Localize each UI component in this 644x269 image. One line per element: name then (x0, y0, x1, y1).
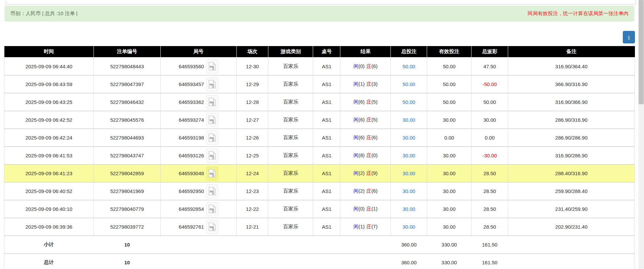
valid-bet-cell: 30.00 (427, 147, 471, 164)
bet-id-cell: 522798043747 (93, 147, 160, 164)
total-bet-cell: 50.00 (391, 93, 427, 111)
round-id-value: 646593198 (179, 135, 204, 141)
video-file-icon (209, 169, 216, 178)
total-bet-link[interactable]: 30.00 (403, 153, 415, 158)
video-replay-button[interactable] (206, 184, 218, 198)
bet-id-cell: 522798044693 (93, 129, 160, 147)
page-1-button[interactable]: 1 (623, 31, 635, 43)
bet-id-cell: 522798040779 (93, 200, 160, 218)
result-banker-label: 庄 (366, 117, 371, 122)
video-replay-button[interactable] (206, 220, 218, 234)
col-header-bet-id: 注单编号 (93, 46, 160, 57)
result-banker-label: 庄 (366, 81, 371, 87)
valid-bet-cell: 30.00 (427, 200, 471, 218)
table-row: 2025-09-09 06:42:52 522798045576 6465932… (4, 111, 635, 129)
total-bet-cell: 30.00 (391, 218, 427, 236)
table-footer: 小计 10 360.00 330.00 161.50 总计 10 360.00 … (4, 236, 635, 269)
video-replay-button[interactable] (206, 113, 218, 127)
video-replay-button[interactable] (206, 202, 218, 216)
round-id-value: 646593126 (179, 153, 204, 158)
payout-cell: 0.00 (471, 129, 508, 147)
result-player-count: (2) (358, 170, 365, 176)
total-bet-link[interactable]: 30.00 (403, 206, 415, 212)
result-cell: 闲(2)庄(6) (340, 182, 391, 200)
result-player-label: 闲 (353, 134, 358, 140)
table-no-cell: AS1 (313, 111, 340, 129)
video-replay-button[interactable] (206, 131, 218, 145)
subtotal-count: 10 (93, 236, 160, 254)
bet-id-cell: 522798042859 (93, 164, 160, 182)
game-type-cell: 百家乐 (268, 218, 313, 236)
pagination-bar: 1 (4, 31, 635, 43)
total-bet-link[interactable]: 50.00 (403, 64, 415, 69)
time-cell: 2025-09-09 06:41:53 (4, 147, 94, 164)
col-header-total-bet: 总投注 (391, 46, 427, 57)
total-bet-link[interactable]: 50.00 (403, 81, 415, 87)
vertical-scrollbar[interactable] (638, 0, 644, 269)
previous-panel-fragment (6, 0, 636, 4)
total-bet-link[interactable]: 30.00 (403, 135, 415, 141)
total-bet-cell: 30.00 (391, 147, 427, 164)
total-label: 总计 (4, 254, 94, 269)
result-banker-label: 庄 (366, 134, 371, 140)
result-banker-label: 庄 (366, 170, 371, 176)
result-cell: 闲(8)庄(0) (340, 147, 391, 164)
table-row: 2025-09-09 06:43:59 522798047397 6465934… (4, 75, 635, 93)
result-banker-count: (1) (371, 206, 377, 212)
remark-cell: 316.90/364.40 (508, 57, 635, 75)
total-bet-link[interactable]: 30.00 (403, 170, 415, 176)
col-header-table-no: 桌号 (313, 46, 340, 57)
table-row: 2025-09-09 06:41:23 522798042859 6465930… (4, 164, 635, 182)
col-header-payout: 总派彩 (471, 46, 508, 57)
scrollbar-thumb[interactable] (639, 0, 644, 104)
result-banker-label: 庄 (366, 224, 371, 229)
payout-value: 28.50 (483, 224, 496, 230)
col-header-session: 场次 (236, 46, 268, 57)
table-row: 2025-09-09 06:44:40 522798048443 6465935… (4, 57, 635, 75)
video-file-icon (209, 151, 216, 160)
time-cell: 2025-09-09 06:39:36 (4, 218, 94, 236)
video-replay-button[interactable] (206, 149, 218, 163)
result-cell: 闲(6)庄(6) (340, 129, 391, 147)
payout-value: 50.00 (483, 99, 496, 105)
table-no-cell: AS1 (313, 129, 340, 147)
game-type-cell: 百家乐 (268, 57, 313, 75)
video-replay-button[interactable] (206, 77, 218, 91)
result-player-label: 闲 (353, 152, 358, 158)
video-replay-button[interactable] (206, 166, 218, 181)
payout-value: 28.50 (483, 170, 496, 176)
table-row: 2025-09-09 06:41:53 522798043747 6465931… (4, 147, 635, 164)
round-id-value: 646592950 (179, 188, 204, 194)
valid-bet-cell: 50.00 (427, 57, 471, 75)
result-banker-count: (6) (371, 188, 377, 194)
payout-cell: 50.00 (471, 93, 508, 111)
total-bet-link[interactable]: 30.00 (403, 224, 415, 230)
total-bet-link[interactable]: 50.00 (403, 99, 415, 105)
time-cell: 2025-09-09 06:41:23 (4, 164, 94, 182)
game-type-cell: 百家乐 (268, 111, 313, 129)
total-bet-cell: 30.00 (391, 200, 427, 218)
video-replay-button[interactable] (206, 60, 218, 74)
result-player-label: 闲 (353, 117, 358, 122)
col-header-round-id: 局号 (160, 46, 236, 57)
result-player-count: (1) (358, 224, 365, 229)
round-id-cell: 646593198 (160, 129, 236, 147)
video-file-icon (209, 98, 216, 107)
video-file-icon (209, 115, 216, 124)
total-bet-link[interactable]: 30.00 (403, 117, 415, 123)
session-cell: 12-28 (236, 93, 268, 111)
total-bet-cell: 30.00 (391, 182, 427, 200)
result-player-label: 闲 (353, 206, 358, 212)
video-replay-button[interactable] (206, 95, 218, 109)
time-cell: 2025-09-09 06:42:52 (4, 111, 94, 129)
total-count: 10 (93, 254, 160, 269)
payout-value: 30.00 (483, 117, 496, 123)
session-cell: 12-23 (236, 182, 268, 200)
total-bet-link[interactable]: 30.00 (403, 188, 415, 194)
remark-cell: 288.40/316.90 (508, 164, 635, 182)
payout-value: 28.50 (483, 188, 496, 194)
session-cell: 12-22 (236, 200, 268, 218)
remark-cell: 366.90/316.90 (508, 75, 635, 93)
bet-records-table: 时间 注单编号 局号 场次 游戏类别 桌号 结果 总投注 有效投注 总派彩 备注… (4, 46, 635, 269)
subtotal-payout: 161.50 (471, 236, 508, 254)
